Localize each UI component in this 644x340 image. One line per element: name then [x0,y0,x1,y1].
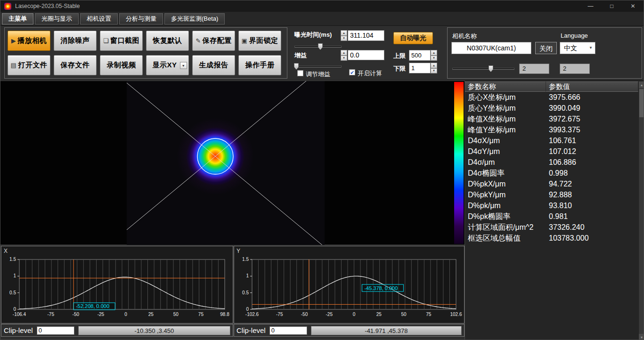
tab-analysis-measure[interactable]: 分析与测量 [119,13,163,24]
param-value: 107.012 [546,146,576,157]
spin-up-icon[interactable] [341,50,347,56]
svg-text:0.5: 0.5 [242,290,249,295]
camera-slider[interactable] [452,65,514,72]
param-value-column-header[interactable]: 参数值 [546,81,638,92]
camera-frame[interactable] [127,81,325,245]
exposure-slider-thumb[interactable] [318,43,323,50]
param-scrollbar[interactable]: ▲ ▼ [638,81,644,340]
remove-noise-button[interactable]: 消除噪声 [54,31,97,51]
y-cursor-position-status: -41.971 ,45.378 [311,326,462,335]
x-clip-level-input[interactable] [37,326,74,335]
param-name: D4σ椭圆率 [465,168,546,178]
open-file-button[interactable]: ▤打开文件 [8,55,50,75]
play-camera-button[interactable]: ▶播放相机 [8,31,50,51]
param-name: 峰值Y坐标/μm [465,124,546,135]
maximize-button[interactable]: □ [601,0,622,12]
param-row: 框选区域总幅值103783.000 [465,233,638,243]
camera-slider-thumb[interactable] [489,65,493,72]
upper-limit-value[interactable]: 500 [409,50,431,61]
profile-chart-svg[interactable]: 00.511.5-102.6-75-50-250255075102.6-45.3… [235,247,463,322]
param-name: D4σX/μm [465,135,546,146]
param-name: 计算区域面积/μm^2 [465,222,546,233]
save-config-button[interactable]: ✎保存配置 [192,31,235,51]
scroll-up-icon[interactable]: ▲ [639,81,644,88]
svg-text:50: 50 [401,312,407,317]
auto-exposure-button[interactable]: 自动曝光 [393,32,433,44]
scrollbar-thumb[interactable] [639,89,644,117]
language-label: Language [561,32,588,39]
spin-down-icon[interactable] [431,68,437,74]
scroll-down-icon[interactable]: ▼ [639,334,644,340]
window-screenshot-button[interactable]: ❏窗口截图 [100,31,143,51]
gain-value[interactable]: 0.0 [348,50,384,60]
param-name: D%pk椭圆率 [465,211,546,222]
exposure-panel: 曝光时间(ms) 311.104 自动曝光 增益 0.0 上限 500 [293,26,445,81]
camera-value-1[interactable]: 2 [519,64,549,74]
param-name: D%pkY/μm [465,189,546,200]
spin-down-icon[interactable] [341,56,347,61]
y-clip-level-input[interactable] [269,326,307,335]
param-row: D4σ椭圆率0.998 [465,168,638,178]
parameter-table: 参数名称 参数值 质心X坐标/μm3975.666质心Y坐标/μm3990.04… [465,81,644,340]
minimize-button[interactable]: — [580,0,601,12]
param-table-header: 参数名称 参数值 [465,81,638,92]
beam-display[interactable] [0,81,465,244]
enable-calc-checkbox[interactable]: ✔ [349,69,355,75]
gain-slider[interactable] [294,63,342,70]
gain-slider-track[interactable] [294,65,342,67]
spin-up-icon[interactable] [341,30,347,36]
spin-up-icon[interactable] [431,63,437,68]
show-xy-dropdown-button[interactable]: ▼ [180,62,187,69]
svg-text:1: 1 [13,273,16,278]
camera-value-2[interactable]: 2 [560,64,590,74]
toolbar-row-2: ▤打开文件保存文件录制视频显示XY▼生成报告操作手册 [8,55,284,75]
x-profile-chart-panel: X 00.511.5-106.4-75-50-25025507598.8-52.… [1,246,233,324]
param-name-column-header[interactable]: 参数名称 [465,81,546,92]
generate-report-button[interactable]: 生成报告 [192,55,235,75]
restore-default-button[interactable]: 恢复默认 [146,31,189,51]
param-name: D4σY/μm [465,146,546,157]
manual-button[interactable]: 操作手册 [238,55,281,75]
param-row: 峰值X坐标/μm3972.675 [465,113,638,124]
param-name: D%pk/μm [465,200,546,211]
lock-ui-button[interactable]: ▣界面锁定 [238,31,281,51]
camera-close-button[interactable]: 关闭 [535,42,557,54]
tab-aperture-display[interactable]: 光圈与显示 [35,13,79,24]
tab-camera-settings[interactable]: 相机设置 [80,13,118,24]
tab-main-menu[interactable]: 主菜单 [2,13,33,24]
x-clip-panel: Clip-level -10.350 ,3.450 [1,324,233,337]
language-select[interactable]: 中文 [560,42,595,54]
gain-slider-thumb[interactable] [294,63,299,70]
svg-text:-75: -75 [47,312,54,317]
camera-name-value[interactable]: N0307UK(cam1) [451,42,531,54]
tab-multispot-monitor[interactable]: 多光斑监测(Beta) [164,13,225,24]
param-row: D%pkX/μm94.722 [465,178,638,189]
svg-text:-50: -50 [73,312,80,317]
lower-limit-value[interactable]: 1 [409,63,431,73]
show-xy-button[interactable]: 显示XY▼ [146,55,189,75]
upper-limit-label: 上限 [393,52,406,60]
profile-chart-svg[interactable]: 00.511.5-106.4-75-50-25025507598.8-52.20… [2,247,231,322]
svg-text:-25: -25 [326,312,333,317]
exposure-slider[interactable] [294,43,342,50]
close-button[interactable]: ✕ [622,0,644,12]
upper-limit-spinbox: 500 [409,50,437,61]
record-video-button[interactable]: 录制视频 [100,55,143,75]
param-value: 92.888 [546,189,572,200]
svg-text:0: 0 [13,307,16,312]
button-label: 恢复默认 [153,36,182,45]
x-cursor-position-status: -10.350 ,3.450 [78,326,230,335]
spin-up-icon[interactable] [431,50,437,56]
camera-slider-track[interactable] [452,68,514,70]
spin-down-icon[interactable] [341,36,347,41]
param-value: 106.761 [546,135,576,146]
param-name: 峰值X坐标/μm [465,113,546,124]
save-file-button[interactable]: 保存文件 [54,55,97,75]
param-value: 3975.666 [546,92,580,103]
adjust-gain-checkbox[interactable] [297,70,303,76]
exposure-time-value[interactable]: 311.104 [348,30,384,41]
button-label: 保存配置 [203,36,232,45]
spin-down-icon[interactable] [431,56,437,61]
param-value: 0.981 [546,211,568,222]
svg-text:-50: -50 [301,312,308,317]
